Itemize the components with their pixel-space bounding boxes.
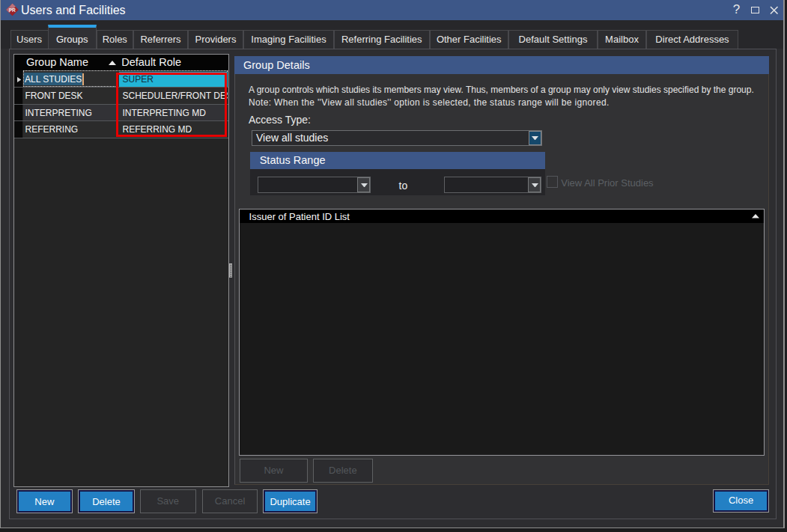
svg-text:PR: PR: [9, 7, 16, 13]
